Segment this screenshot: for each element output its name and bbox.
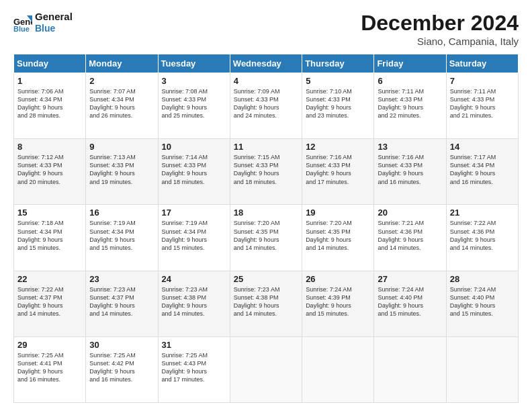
day-info: Sunrise: 7:25 AM Sunset: 4:41 PM Dayligh… (17, 351, 82, 384)
day-number: 21 (450, 208, 515, 218)
day-number: 14 (450, 142, 515, 152)
month-title: December 2024 (361, 11, 519, 36)
table-row: 6Sunrise: 7:11 AM Sunset: 4:33 PM Daylig… (374, 73, 446, 139)
day-number: 30 (89, 340, 154, 350)
day-number: 13 (378, 142, 442, 152)
day-number: 5 (306, 76, 370, 86)
day-number: 22 (17, 274, 82, 284)
table-row: 7Sunrise: 7:11 AM Sunset: 4:33 PM Daylig… (446, 73, 518, 139)
table-row: 26Sunrise: 7:24 AM Sunset: 4:39 PM Dayli… (302, 271, 374, 336)
table-row (302, 336, 374, 402)
day-info: Sunrise: 7:12 AM Sunset: 4:33 PM Dayligh… (17, 153, 82, 186)
day-info: Sunrise: 7:19 AM Sunset: 4:34 PM Dayligh… (89, 219, 154, 252)
day-info: Sunrise: 7:09 AM Sunset: 4:33 PM Dayligh… (234, 87, 298, 120)
calendar-row: 8Sunrise: 7:12 AM Sunset: 4:33 PM Daylig… (14, 139, 519, 205)
calendar-row: 22Sunrise: 7:22 AM Sunset: 4:37 PM Dayli… (14, 271, 519, 336)
day-info: Sunrise: 7:20 AM Sunset: 4:35 PM Dayligh… (234, 219, 298, 252)
col-tuesday: Tuesday (158, 54, 230, 73)
table-row: 31Sunrise: 7:25 AM Sunset: 4:43 PM Dayli… (158, 336, 230, 402)
col-saturday: Saturday (446, 54, 518, 73)
day-info: Sunrise: 7:25 AM Sunset: 4:43 PM Dayligh… (162, 351, 226, 384)
day-number: 18 (234, 208, 298, 218)
day-info: Sunrise: 7:23 AM Sunset: 4:38 PM Dayligh… (234, 285, 298, 318)
day-number: 28 (450, 274, 515, 284)
col-monday: Monday (86, 54, 158, 73)
day-info: Sunrise: 7:24 AM Sunset: 4:40 PM Dayligh… (378, 285, 442, 318)
table-row: 29Sunrise: 7:25 AM Sunset: 4:41 PM Dayli… (14, 336, 86, 402)
table-row: 13Sunrise: 7:16 AM Sunset: 4:33 PM Dayli… (374, 139, 446, 205)
day-info: Sunrise: 7:23 AM Sunset: 4:38 PM Dayligh… (162, 285, 226, 318)
table-row: 4Sunrise: 7:09 AM Sunset: 4:33 PM Daylig… (230, 73, 302, 139)
day-info: Sunrise: 7:18 AM Sunset: 4:34 PM Dayligh… (17, 219, 82, 252)
table-row: 14Sunrise: 7:17 AM Sunset: 4:34 PM Dayli… (446, 139, 518, 205)
day-info: Sunrise: 7:24 AM Sunset: 4:39 PM Dayligh… (306, 285, 370, 318)
table-row: 12Sunrise: 7:16 AM Sunset: 4:33 PM Dayli… (302, 139, 374, 205)
table-row: 21Sunrise: 7:22 AM Sunset: 4:36 PM Dayli… (446, 205, 518, 271)
day-number: 26 (306, 274, 370, 284)
col-sunday: Sunday (14, 54, 86, 73)
day-info: Sunrise: 7:07 AM Sunset: 4:34 PM Dayligh… (89, 87, 154, 120)
location: Siano, Campania, Italy (361, 36, 519, 47)
day-info: Sunrise: 7:22 AM Sunset: 4:36 PM Dayligh… (450, 219, 515, 252)
day-number: 31 (162, 340, 226, 350)
col-friday: Friday (374, 54, 446, 73)
table-row (230, 336, 302, 402)
day-info: Sunrise: 7:17 AM Sunset: 4:34 PM Dayligh… (450, 153, 515, 186)
day-info: Sunrise: 7:21 AM Sunset: 4:36 PM Dayligh… (378, 219, 442, 252)
day-number: 4 (234, 76, 298, 86)
table-row: 9Sunrise: 7:13 AM Sunset: 4:33 PM Daylig… (86, 139, 158, 205)
table-row: 8Sunrise: 7:12 AM Sunset: 4:33 PM Daylig… (14, 139, 86, 205)
table-row: 28Sunrise: 7:24 AM Sunset: 4:40 PM Dayli… (446, 271, 518, 336)
day-info: Sunrise: 7:11 AM Sunset: 4:33 PM Dayligh… (378, 87, 442, 120)
table-row (374, 336, 446, 402)
day-number: 1 (17, 76, 82, 86)
day-info: Sunrise: 7:24 AM Sunset: 4:40 PM Dayligh… (450, 285, 515, 318)
day-info: Sunrise: 7:16 AM Sunset: 4:33 PM Dayligh… (306, 153, 370, 186)
day-number: 2 (89, 76, 154, 86)
table-row: 22Sunrise: 7:22 AM Sunset: 4:37 PM Dayli… (14, 271, 86, 336)
title-block: December 2024 Siano, Campania, Italy (361, 11, 519, 47)
day-info: Sunrise: 7:16 AM Sunset: 4:33 PM Dayligh… (378, 153, 442, 186)
calendar-table: Sunday Monday Tuesday Wednesday Thursday… (13, 54, 519, 403)
table-row: 17Sunrise: 7:19 AM Sunset: 4:34 PM Dayli… (158, 205, 230, 271)
col-thursday: Thursday (302, 54, 374, 73)
day-info: Sunrise: 7:06 AM Sunset: 4:34 PM Dayligh… (17, 87, 82, 120)
table-row: 24Sunrise: 7:23 AM Sunset: 4:38 PM Dayli… (158, 271, 230, 336)
day-number: 24 (162, 274, 226, 284)
calendar-header-row: Sunday Monday Tuesday Wednesday Thursday… (14, 54, 519, 73)
table-row: 3Sunrise: 7:08 AM Sunset: 4:33 PM Daylig… (158, 73, 230, 139)
day-number: 11 (234, 142, 298, 152)
table-row: 23Sunrise: 7:23 AM Sunset: 4:37 PM Dayli… (86, 271, 158, 336)
day-number: 9 (89, 142, 154, 152)
day-number: 25 (234, 274, 298, 284)
calendar-row: 29Sunrise: 7:25 AM Sunset: 4:41 PM Dayli… (14, 336, 519, 402)
day-number: 20 (378, 208, 442, 218)
table-row: 30Sunrise: 7:25 AM Sunset: 4:42 PM Dayli… (86, 336, 158, 402)
logo-icon: General Blue (13, 13, 32, 32)
calendar-page: General Blue General Blue December 2024 … (0, 0, 532, 411)
day-info: Sunrise: 7:25 AM Sunset: 4:42 PM Dayligh… (89, 351, 154, 384)
header: General Blue General Blue December 2024 … (13, 11, 519, 47)
day-info: Sunrise: 7:10 AM Sunset: 4:33 PM Dayligh… (306, 87, 370, 120)
table-row: 16Sunrise: 7:19 AM Sunset: 4:34 PM Dayli… (86, 205, 158, 271)
day-number: 12 (306, 142, 370, 152)
table-row: 19Sunrise: 7:20 AM Sunset: 4:35 PM Dayli… (302, 205, 374, 271)
table-row: 18Sunrise: 7:20 AM Sunset: 4:35 PM Dayli… (230, 205, 302, 271)
day-number: 8 (17, 142, 82, 152)
day-info: Sunrise: 7:13 AM Sunset: 4:33 PM Dayligh… (89, 153, 154, 186)
logo: General Blue General Blue (13, 11, 73, 34)
day-info: Sunrise: 7:20 AM Sunset: 4:35 PM Dayligh… (306, 219, 370, 252)
day-info: Sunrise: 7:11 AM Sunset: 4:33 PM Dayligh… (450, 87, 515, 120)
day-number: 16 (89, 208, 154, 218)
day-number: 3 (162, 76, 226, 86)
calendar-row: 15Sunrise: 7:18 AM Sunset: 4:34 PM Dayli… (14, 205, 519, 271)
table-row: 10Sunrise: 7:14 AM Sunset: 4:33 PM Dayli… (158, 139, 230, 205)
day-info: Sunrise: 7:23 AM Sunset: 4:37 PM Dayligh… (89, 285, 154, 318)
logo-blue: Blue (35, 23, 73, 34)
day-info: Sunrise: 7:15 AM Sunset: 4:33 PM Dayligh… (234, 153, 298, 186)
day-number: 27 (378, 274, 442, 284)
day-number: 7 (450, 76, 515, 86)
table-row: 5Sunrise: 7:10 AM Sunset: 4:33 PM Daylig… (302, 73, 374, 139)
table-row: 27Sunrise: 7:24 AM Sunset: 4:40 PM Dayli… (374, 271, 446, 336)
day-number: 29 (17, 340, 82, 350)
